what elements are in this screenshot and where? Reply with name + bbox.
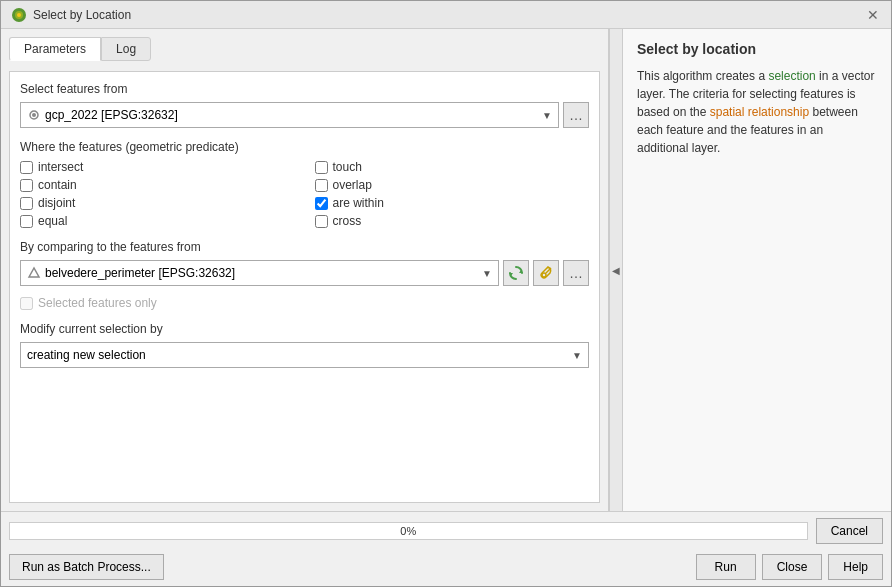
intersect-checkbox[interactable]: [20, 161, 33, 174]
modify-label: Modify current selection by: [20, 322, 589, 336]
comparing-dropdown-value: belvedere_perimeter [EPSG:32632]: [45, 266, 235, 280]
comparing-dropdown-arrow-icon: ▼: [482, 268, 492, 279]
action-buttons: Run Close Help: [696, 554, 883, 580]
modify-dropdown-arrow-icon: ▼: [572, 350, 582, 361]
are-within-checkbox[interactable]: [315, 197, 328, 210]
content-area: Parameters Log Select features from: [1, 29, 891, 511]
cross-checkbox[interactable]: [315, 215, 328, 228]
comparing-label: By comparing to the features from: [20, 240, 589, 254]
help-button[interactable]: Help: [828, 554, 883, 580]
help-title: Select by location: [637, 41, 877, 57]
progress-label: 0%: [400, 525, 416, 537]
predicate-grid: intersect touch contain: [20, 160, 589, 228]
refresh-button[interactable]: [503, 260, 529, 286]
layer-dropdown[interactable]: gcp_2022 [EPSG:32632] ▼: [20, 102, 559, 128]
comparing-browse-button[interactable]: …: [563, 260, 589, 286]
contain-checkbox[interactable]: [20, 179, 33, 192]
layer-dropdown-arrow-icon: ▼: [542, 110, 552, 121]
predicate-section: Where the features (geometric predicate)…: [20, 140, 589, 228]
tab-log[interactable]: Log: [101, 37, 151, 61]
title-bar-left: Select by Location: [11, 7, 131, 23]
predicate-are-within: are within: [315, 196, 590, 210]
predicate-overlap: overlap: [315, 178, 590, 192]
comparing-section: By comparing to the features from belved…: [20, 240, 589, 286]
layer-browse-button[interactable]: …: [563, 102, 589, 128]
main-window: Select by Location ✕ Parameters Log Sele…: [0, 0, 892, 587]
action-row: Run as Batch Process... Run Close Help: [1, 550, 891, 586]
right-panel: Select by location This algorithm create…: [623, 29, 891, 511]
intersect-label: intersect: [38, 160, 83, 174]
svg-point-4: [32, 113, 36, 117]
settings-button[interactable]: [533, 260, 559, 286]
predicate-intersect: intersect: [20, 160, 295, 174]
window-title: Select by Location: [33, 8, 131, 22]
layer-dropdown-row: gcp_2022 [EPSG:32632] ▼ …: [20, 102, 589, 128]
predicate-equal: equal: [20, 214, 295, 228]
selected-only-checkbox[interactable]: [20, 297, 33, 310]
predicate-touch: touch: [315, 160, 590, 174]
help-highlight-selection: selection: [768, 69, 815, 83]
cancel-button[interactable]: Cancel: [816, 518, 883, 544]
selected-only-row: Selected features only: [20, 296, 589, 310]
modify-section: Modify current selection by creating new…: [20, 322, 589, 368]
bottom-bar: 0% Cancel Run as Batch Process... Run Cl…: [1, 511, 891, 586]
layer-dropdown-content: gcp_2022 [EPSG:32632]: [27, 108, 542, 122]
wrench-icon: [538, 265, 554, 281]
progress-row: 0% Cancel: [1, 512, 891, 550]
form-panel: Select features from gcp_2022 [EPSG:3263…: [9, 71, 600, 503]
svg-marker-5: [29, 268, 39, 277]
contain-label: contain: [38, 178, 77, 192]
equal-checkbox[interactable]: [20, 215, 33, 228]
svg-point-8: [542, 273, 546, 277]
panel-collapse-button[interactable]: ◀: [609, 29, 623, 511]
modify-dropdown[interactable]: creating new selection ▼: [20, 342, 589, 368]
cross-label: cross: [333, 214, 362, 228]
predicate-cross: cross: [315, 214, 590, 228]
are-within-label: are within: [333, 196, 384, 210]
layer-dropdown-value: gcp_2022 [EPSG:32632]: [45, 108, 178, 122]
touch-label: touch: [333, 160, 362, 174]
left-panel: Parameters Log Select features from: [1, 29, 609, 511]
help-text: This algorithm creates a selection in a …: [637, 67, 877, 157]
window-close-button[interactable]: ✕: [865, 7, 881, 23]
close-dialog-button[interactable]: Close: [762, 554, 823, 580]
title-bar: Select by Location ✕: [1, 1, 891, 29]
overlap-checkbox[interactable]: [315, 179, 328, 192]
equal-label: equal: [38, 214, 67, 228]
svg-point-2: [17, 13, 21, 17]
progress-bar-container: 0%: [9, 522, 808, 540]
comparing-row: belvedere_perimeter [EPSG:32632] ▼: [20, 260, 589, 286]
run-button[interactable]: Run: [696, 554, 756, 580]
qgis-icon: [11, 7, 27, 23]
selected-only-label: Selected features only: [38, 296, 157, 310]
overlap-label: overlap: [333, 178, 372, 192]
predicate-disjoint: disjoint: [20, 196, 295, 210]
comparing-dropdown-content: belvedere_perimeter [EPSG:32632]: [27, 266, 482, 280]
tab-parameters[interactable]: Parameters: [9, 37, 101, 61]
predicate-contain: contain: [20, 178, 295, 192]
tab-bar: Parameters Log: [9, 37, 600, 61]
touch-checkbox[interactable]: [315, 161, 328, 174]
select-features-label: Select features from: [20, 82, 589, 96]
polygon-layer-icon: [27, 266, 41, 280]
refresh-icon: [507, 264, 525, 282]
collapse-arrow-icon: ◀: [612, 265, 620, 276]
modify-dropdown-value: creating new selection: [27, 348, 146, 362]
help-highlight-spatial: spatial relationship: [710, 105, 809, 119]
disjoint-label: disjoint: [38, 196, 75, 210]
disjoint-checkbox[interactable]: [20, 197, 33, 210]
run-as-batch-button[interactable]: Run as Batch Process...: [9, 554, 164, 580]
point-layer-icon: [27, 108, 41, 122]
comparing-dropdown[interactable]: belvedere_perimeter [EPSG:32632] ▼: [20, 260, 499, 286]
predicate-label: Where the features (geometric predicate): [20, 140, 589, 154]
